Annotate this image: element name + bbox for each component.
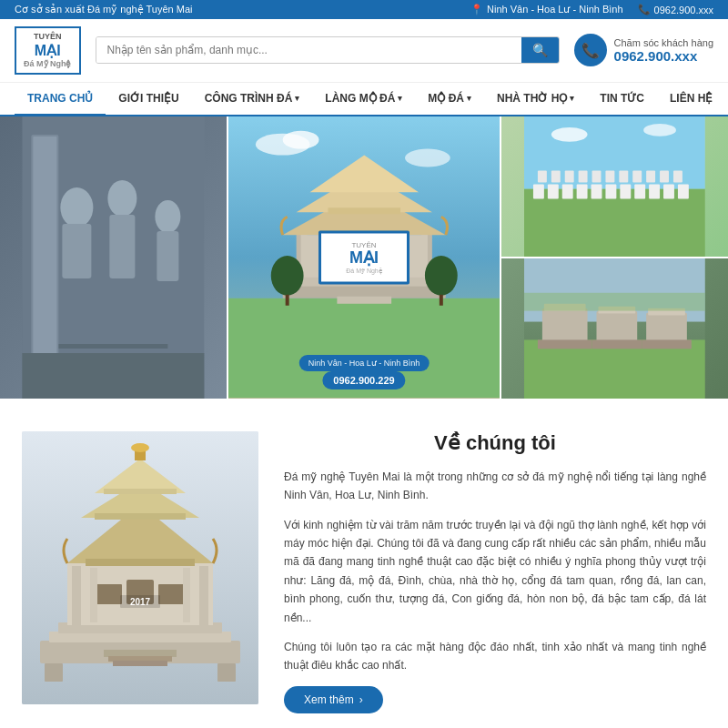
svg-rect-7 <box>109 215 135 278</box>
svg-rect-10 <box>22 353 204 399</box>
hero-left-panel <box>0 116 227 399</box>
svg-rect-52 <box>538 170 547 182</box>
svg-rect-98 <box>113 661 167 666</box>
svg-rect-56 <box>592 170 602 182</box>
about-image: 2017 <box>22 431 258 704</box>
hero-center-panel: TUYÊN MẠI Đá Mỹ Nghệ Ninh Vân - Hoa Lư -… <box>228 116 500 399</box>
svg-rect-48 <box>634 184 645 198</box>
svg-rect-50 <box>663 184 674 198</box>
svg-rect-9 <box>157 231 178 281</box>
svg-rect-75 <box>524 293 705 311</box>
svg-rect-42 <box>548 184 559 198</box>
nav-item-home[interactable]: TRANG CHỦ <box>15 83 106 116</box>
svg-rect-86 <box>104 489 177 494</box>
nav: TRANG CHỦ GIỚI THIỆU CÔNG TRÌNH ĐÁ ▾ LÀN… <box>0 83 728 116</box>
search-bar[interactable]: 🔍 <box>96 36 560 64</box>
svg-rect-41 <box>533 184 544 198</box>
nav-item-lang-mo[interactable]: LÀNG MỘ ĐÁ ▾ <box>312 83 415 116</box>
factory-label: Cơ sở sản xuất Đá mỹ nghệ Tuyên Mai <box>15 4 192 15</box>
search-icon: 🔍 <box>532 43 548 57</box>
svg-point-8 <box>155 200 180 233</box>
svg-point-88 <box>131 443 149 452</box>
hero-phone-badge: 0962.900.229 <box>322 371 405 389</box>
svg-point-4 <box>60 187 93 228</box>
about-btn-label: Xem thêm <box>304 693 354 706</box>
hero-logo-overlay: TUYÊN MẠI Đá Mỹ Nghệ <box>318 230 410 284</box>
search-input[interactable] <box>96 37 521 63</box>
svg-rect-72 <box>538 339 592 349</box>
hero-logo-main: MẠI <box>334 248 394 267</box>
svg-rect-45 <box>592 184 602 198</box>
logo-sub: Đá Mỹ Nghệ <box>24 59 72 69</box>
svg-rect-51 <box>678 184 689 198</box>
svg-point-31 <box>271 256 304 296</box>
svg-rect-73 <box>592 339 642 349</box>
nav-item-nha-tho[interactable]: NHÀ THỜ HỌ ▾ <box>484 83 587 116</box>
about-para-1: Đá mỹ nghệ Tuyên Mai là một trong những … <box>284 468 706 505</box>
top-bar: Cơ sở sản xuất Đá mỹ nghệ Tuyên Mai 📍 Ni… <box>0 0 728 19</box>
svg-rect-37 <box>524 188 705 257</box>
svg-rect-84 <box>95 513 186 520</box>
nav-item-tin-tuc[interactable]: TIN TỨC <box>587 83 657 116</box>
svg-rect-47 <box>621 184 632 198</box>
header: TUYÊN MẠI Đá Mỹ Nghệ 🔍 📞 Chăm sóc khách … <box>0 19 728 83</box>
about-section: 2017 Về chúng tôi Đá mỹ nghệ Tuyên Mai l… <box>0 399 728 728</box>
svg-rect-58 <box>620 170 629 182</box>
about-para-2: Với kinh nghiệm từ vài trăm năm trước tr… <box>284 516 706 627</box>
nav-item-lien-he[interactable]: LIÊN HỆ <box>657 83 725 116</box>
location-info: 📍 Ninh Vân - Hoa Lư - Ninh Bình <box>470 4 622 15</box>
svg-rect-35 <box>337 297 391 304</box>
svg-rect-34 <box>440 295 443 306</box>
hero-right-bottom-panel <box>501 258 728 399</box>
svg-rect-96 <box>104 650 177 657</box>
svg-text:2017: 2017 <box>130 597 151 607</box>
logo[interactable]: TUYÊN MẠI Đá Mỹ Nghệ <box>15 26 81 75</box>
svg-rect-26 <box>328 207 400 214</box>
about-btn-arrow: › <box>359 693 363 706</box>
svg-rect-54 <box>565 170 574 182</box>
phone-icon-header: 📞 <box>574 34 607 66</box>
svg-rect-60 <box>646 170 655 182</box>
nav-item-about[interactable]: GIỚI THIỆU <box>106 83 191 116</box>
svg-rect-91 <box>158 584 186 604</box>
hero-section: TUYÊN MẠI Đá Mỹ Nghệ Ninh Vân - Hoa Lư -… <box>0 116 728 399</box>
about-more-button[interactable]: Xem thêm › <box>284 686 383 713</box>
location-icon: 📍 <box>470 4 483 15</box>
phone-icon-top: 📞 <box>638 4 651 15</box>
svg-rect-11 <box>58 344 167 349</box>
contact-label: Chăm sóc khách hàng <box>614 37 713 48</box>
contact-info: 📞 Chăm sóc khách hàng 0962.900.xxx <box>574 34 713 66</box>
svg-rect-95 <box>183 568 190 622</box>
contact-details: Chăm sóc khách hàng 0962.900.xxx <box>614 37 713 64</box>
logo-top: TUYÊN <box>24 32 72 42</box>
nav-item-mo-da[interactable]: MỘ ĐÁ ▾ <box>415 83 484 116</box>
svg-rect-93 <box>199 566 208 628</box>
phone-info-top: 📞 0962.900.xxx <box>638 4 713 15</box>
svg-rect-3 <box>33 136 56 379</box>
svg-rect-57 <box>606 170 615 182</box>
svg-point-40 <box>643 124 676 136</box>
search-button[interactable]: 🔍 <box>521 37 559 63</box>
svg-point-15 <box>405 148 450 167</box>
svg-rect-59 <box>632 170 642 182</box>
top-bar-right: 📍 Ninh Vân - Hoa Lư - Ninh Bình 📞 0962.9… <box>470 4 713 15</box>
svg-rect-33 <box>285 295 288 306</box>
about-text: Về chúng tôi Đá mỹ nghệ Tuyên Mai là một… <box>284 431 706 713</box>
svg-rect-82 <box>86 559 195 566</box>
nav-item-cong-trinh[interactable]: CÔNG TRÌNH ĐÁ ▾ <box>192 83 313 116</box>
about-title: Về chúng tôi <box>284 431 706 455</box>
svg-rect-70 <box>646 312 687 342</box>
svg-rect-74 <box>642 339 692 349</box>
svg-rect-62 <box>673 170 682 182</box>
top-bar-left: Cơ sở sản xuất Đá mỹ nghệ Tuyên Mai <box>15 4 192 15</box>
svg-point-6 <box>107 180 136 217</box>
contact-phone: 0962.900.xxx <box>614 48 713 64</box>
about-para-3: Chúng tôi luôn tạo ra các mặt hàng độc đ… <box>284 638 706 675</box>
hero-location-badge: Ninh Vân - Hoa Lư - Ninh Bình <box>299 355 430 371</box>
svg-rect-61 <box>660 170 669 182</box>
svg-rect-66 <box>542 308 588 342</box>
svg-rect-43 <box>562 184 573 198</box>
svg-rect-44 <box>577 184 588 198</box>
chevron-down-icon: ▾ <box>295 94 299 103</box>
svg-point-39 <box>551 127 588 142</box>
